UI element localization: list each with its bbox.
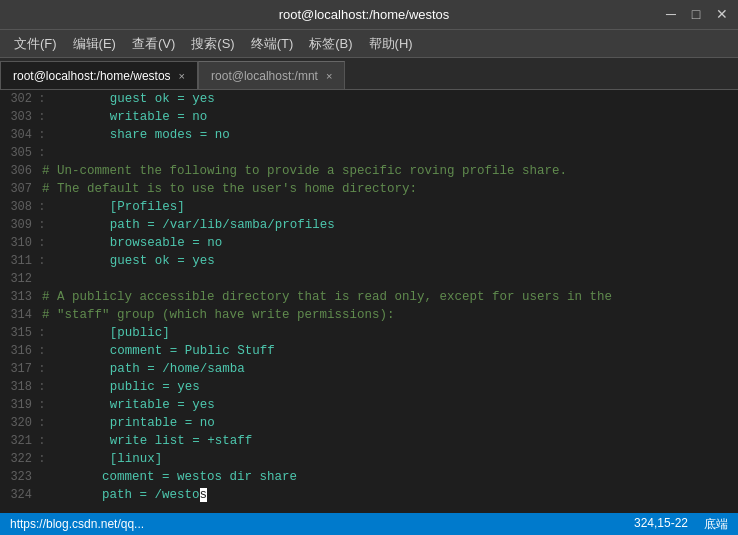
line-content: # Un-comment the following to provide a … (42, 162, 567, 180)
editor-mode: 底端 (704, 516, 728, 533)
line-number: 317 (0, 360, 38, 378)
minimize-button[interactable]: ─ (666, 6, 676, 22)
cursor-position: 324,15-22 (634, 516, 688, 533)
line-number: 320 (0, 414, 38, 432)
tab-label-0: root@localhost:/home/westos (13, 69, 171, 83)
menu-item[interactable]: 终端(T) (243, 31, 302, 57)
menu-item[interactable]: 文件(F) (6, 31, 65, 57)
window-title: root@localhost:/home/westos (70, 7, 658, 22)
line-content: guest ok = yes (50, 252, 215, 270)
code-line: 310: browseable = no (0, 234, 738, 252)
line-content: write list = +staff (50, 432, 253, 450)
line-separator: : (38, 450, 46, 468)
line-number: 318 (0, 378, 38, 396)
line-number: 316 (0, 342, 38, 360)
line-content: # A publicly accessible directory that i… (42, 288, 612, 306)
code-line: 317: path = /home/samba (0, 360, 738, 378)
code-line: 309: path = /var/lib/samba/profiles (0, 216, 738, 234)
line-content: path = /home/samba (50, 360, 245, 378)
line-separator: : (38, 396, 46, 414)
code-line: 321: write list = +staff (0, 432, 738, 450)
line-separator: : (38, 360, 46, 378)
window-controls: ─ □ ✕ (658, 6, 728, 23)
line-separator: : (38, 144, 46, 162)
line-content (50, 144, 58, 162)
line-separator: : (38, 324, 46, 342)
line-content: printable = no (50, 414, 215, 432)
line-separator: : (38, 378, 46, 396)
tab-0[interactable]: root@localhost:/home/westos× (0, 61, 198, 89)
line-number: 324 (0, 486, 38, 504)
line-number: 303 (0, 108, 38, 126)
tab-close-0[interactable]: × (179, 70, 185, 82)
close-button[interactable]: ✕ (716, 6, 728, 22)
text-cursor: s (200, 488, 208, 502)
code-line: 322: [linux] (0, 450, 738, 468)
code-line: 306# Un-comment the following to provide… (0, 162, 738, 180)
status-link: https://blog.csdn.net/qq... (10, 517, 144, 531)
code-line: 315: [public] (0, 324, 738, 342)
line-content: browseable = no (50, 234, 223, 252)
code-line: 308: [Profiles] (0, 198, 738, 216)
line-separator: : (38, 198, 46, 216)
code-line: 304: share modes = no (0, 126, 738, 144)
line-separator: : (38, 252, 46, 270)
code-line: 303: writable = no (0, 108, 738, 126)
code-line: 318: public = yes (0, 378, 738, 396)
line-number: 313 (0, 288, 38, 306)
code-line: 312 (0, 270, 738, 288)
line-number: 312 (0, 270, 38, 288)
menu-item[interactable]: 帮助(H) (361, 31, 421, 57)
line-content: [linux] (50, 450, 163, 468)
line-number: 322 (0, 450, 38, 468)
title-bar: root@localhost:/home/westos ─ □ ✕ (0, 0, 738, 30)
line-content: comment = westos dir share (42, 468, 297, 486)
line-content: path = /westos (42, 486, 207, 504)
line-content: share modes = no (50, 126, 230, 144)
line-number: 304 (0, 126, 38, 144)
line-separator: : (38, 432, 46, 450)
maximize-button[interactable]: □ (692, 6, 700, 22)
line-content: # "staff" group (which have write permis… (42, 306, 395, 324)
line-content: comment = Public Stuff (50, 342, 275, 360)
line-number: 308 (0, 198, 38, 216)
tab-1[interactable]: root@localhost:/mnt× (198, 61, 345, 89)
line-content: writable = yes (50, 396, 215, 414)
code-line: 305: (0, 144, 738, 162)
code-line: 319: writable = yes (0, 396, 738, 414)
tab-close-1[interactable]: × (326, 70, 332, 82)
line-separator: : (38, 414, 46, 432)
menu-item[interactable]: 标签(B) (301, 31, 360, 57)
line-number: 315 (0, 324, 38, 342)
menu-item[interactable]: 编辑(E) (65, 31, 124, 57)
line-content: [public] (50, 324, 170, 342)
code-line: 323 comment = westos dir share (0, 468, 738, 486)
editor-area: 302: guest ok = yes303: writable = no304… (0, 90, 738, 513)
menu-bar: 文件(F)编辑(E)查看(V)搜索(S)终端(T)标签(B)帮助(H) (0, 30, 738, 58)
line-content (42, 270, 50, 288)
code-line: 302: guest ok = yes (0, 90, 738, 108)
menu-item[interactable]: 搜索(S) (183, 31, 242, 57)
line-content: writable = no (50, 108, 208, 126)
code-line: 313# A publicly accessible directory tha… (0, 288, 738, 306)
line-number: 321 (0, 432, 38, 450)
line-number: 302 (0, 90, 38, 108)
line-number: 310 (0, 234, 38, 252)
code-line: 311: guest ok = yes (0, 252, 738, 270)
status-right: 324,15-22 底端 (634, 516, 728, 533)
menu-item[interactable]: 查看(V) (124, 31, 183, 57)
line-separator: : (38, 216, 46, 234)
line-content: # The default is to use the user's home … (42, 180, 417, 198)
code-line: 320: printable = no (0, 414, 738, 432)
code-line: 316: comment = Public Stuff (0, 342, 738, 360)
line-content: path = /var/lib/samba/profiles (50, 216, 335, 234)
status-bar: https://blog.csdn.net/qq... 324,15-22 底端 (0, 513, 738, 535)
line-number: 323 (0, 468, 38, 486)
line-number: 311 (0, 252, 38, 270)
tabs-bar: root@localhost:/home/westos×root@localho… (0, 58, 738, 90)
line-separator: : (38, 108, 46, 126)
line-number: 319 (0, 396, 38, 414)
code-line: 324 path = /westos (0, 486, 738, 504)
line-content: guest ok = yes (50, 90, 215, 108)
code-line: 307# The default is to use the user's ho… (0, 180, 738, 198)
